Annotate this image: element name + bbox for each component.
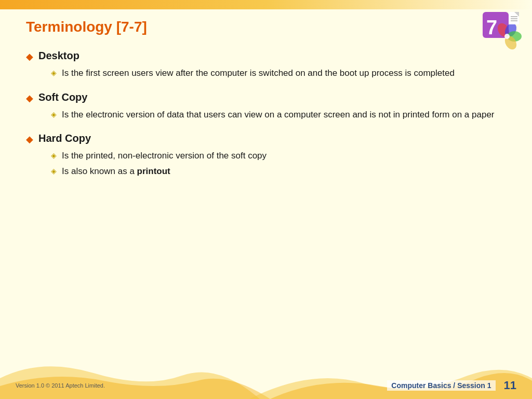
sub-bullet-hardcopy-2: ◈ Is also known as a printout (51, 165, 501, 178)
main-bullet-icon-desktop: ◆ (26, 51, 33, 62)
sub-bullet-softcopy-1: ◈ Is the electronic version of data that… (51, 108, 501, 122)
main-bullet-hardcopy: ◆ Hard Copy (26, 132, 501, 145)
section-hardcopy: ◆ Hard Copy ◈ Is the printed, non-electr… (26, 132, 501, 178)
svg-text:7: 7 (486, 17, 497, 38)
main-bullet-icon-hardcopy: ◆ (26, 134, 33, 145)
content-area: Terminology [7-7] ◆ Desktop ◈ Is the fir… (0, 0, 532, 200)
main-bullet-label-softcopy: Soft Copy (38, 91, 87, 103)
sub-bullet-icon-hardcopy-2: ◈ (51, 167, 57, 175)
sub-bullet-text-desktop-1: Is the first screen users view after the… (62, 66, 455, 80)
footer-session: Computer Basics / Session 1 (387, 380, 495, 391)
section-desktop: ◆ Desktop ◈ Is the first screen users vi… (26, 50, 501, 80)
sub-bullet-hardcopy-1: ◈ Is the printed, non-electronic version… (51, 149, 501, 163)
sub-bullet-icon-hardcopy-1: ◈ (51, 151, 57, 159)
logo: 7 (480, 9, 522, 51)
sub-bullet-text-hardcopy-1: Is the printed, non-electronic version o… (62, 149, 267, 163)
sub-bullet-text-softcopy-1: Is the electronic version of data that u… (62, 108, 495, 122)
printout-bold: printout (137, 166, 170, 176)
sub-bullets-softcopy: ◈ Is the electronic version of data that… (51, 108, 501, 122)
sub-bullets-desktop: ◈ Is the first screen users view after t… (51, 66, 501, 80)
main-bullet-icon-softcopy: ◆ (26, 92, 33, 104)
sub-bullet-icon-softcopy-1: ◈ (51, 110, 57, 118)
slide-title: Terminology [7-7] (26, 19, 501, 35)
footer-right: Computer Basics / Session 1 11 (387, 379, 516, 392)
main-bullet-label-desktop: Desktop (38, 50, 79, 62)
main-bullet-desktop: ◆ Desktop (26, 50, 501, 62)
sub-bullet-text-hardcopy-2: Is also known as a printout (62, 165, 170, 178)
sub-bullet-icon-desktop-1: ◈ (51, 69, 57, 77)
svg-point-7 (504, 34, 510, 39)
footer: Version 1.0 © 2011 Aptech Limited. Compu… (0, 372, 532, 399)
sub-bullets-hardcopy: ◈ Is the printed, non-electronic version… (51, 149, 501, 178)
main-bullet-softcopy: ◆ Soft Copy (26, 91, 501, 104)
slide: 7 Terminology [7-7] ◆ Desktop (0, 0, 532, 399)
section-softcopy: ◆ Soft Copy ◈ Is the electronic version … (26, 91, 501, 122)
sub-bullet-desktop-1: ◈ Is the first screen users view after t… (51, 66, 501, 80)
footer-copyright: Version 1.0 © 2011 Aptech Limited. (16, 382, 105, 389)
footer-page: 11 (504, 379, 516, 392)
main-bullet-label-hardcopy: Hard Copy (38, 132, 91, 144)
